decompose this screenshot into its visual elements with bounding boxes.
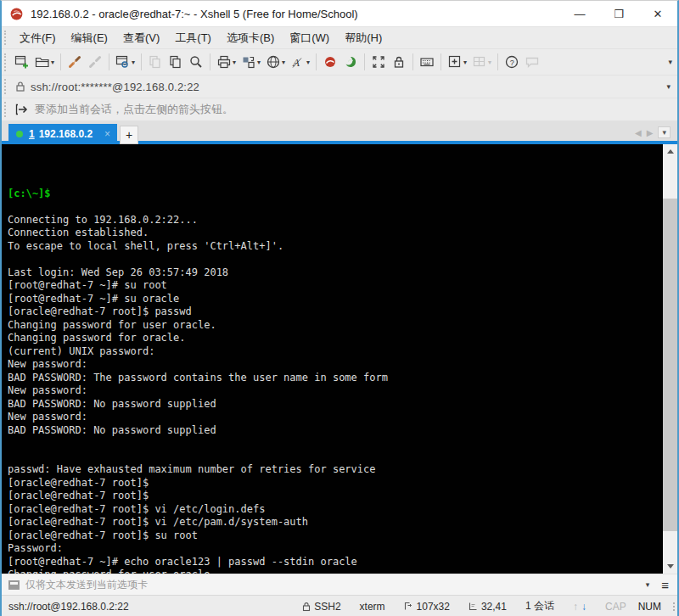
compose-transfer-icon[interactable]: ▾ — [238, 52, 263, 73]
terminal-line: passwd: Have exhausted maximum number of… — [8, 463, 663, 477]
terminal-line: [root@redhat-7 ~]# su root — [8, 279, 663, 293]
terminal-line: Connecting to 192.168.0.2:22... — [8, 214, 663, 227]
terminal-line: [oracle@redhat-7 root]$ vi /etc/pam.d/sy… — [8, 516, 663, 529]
tile-windows-icon: ▾ — [469, 52, 494, 73]
scrollbar-down-icon[interactable] — [663, 559, 677, 574]
status-cursor-position: 32,41 — [469, 601, 507, 613]
copy-icon — [145, 52, 166, 73]
font-dropdown-icon[interactable]: ▾ — [306, 59, 310, 66]
xshell-logo-icon — [9, 7, 24, 21]
new-tab-dropdown-icon[interactable]: ▾ — [463, 59, 467, 66]
menu-view[interactable]: 查看(V) — [115, 27, 167, 49]
terminal-line — [8, 253, 663, 266]
terminal-line: Changing password for user oracle. — [8, 319, 663, 333]
info-bar: 要添加当前会话，点击左侧的箭头按钮。 — [2, 98, 677, 120]
send-text-input[interactable]: 仅将文本发送到当前选项卡 — [25, 578, 646, 592]
web-dropdown-icon[interactable]: ▾ — [282, 59, 285, 66]
send-mode-dropdown-icon[interactable]: ▾ — [646, 580, 650, 589]
connect-icon[interactable] — [65, 52, 85, 73]
send-target-icon[interactable] — [8, 580, 20, 590]
menu-file[interactable]: 文件(F) — [12, 27, 64, 49]
window-title: 192.168.0.2 - oracle@redhat-7:~ - Xshell… — [31, 8, 560, 20]
fullscreen-icon[interactable] — [368, 52, 389, 73]
new-session-icon[interactable] — [12, 52, 32, 73]
font-icon[interactable]: A ▾ — [288, 52, 312, 73]
tab-label: 192.168.0.2 — [39, 128, 93, 140]
lock-screen-icon[interactable] — [389, 52, 409, 73]
menu-help[interactable]: 帮助(H) — [337, 27, 390, 49]
session-tab[interactable]: 1 192.168.0.2 × — [8, 124, 117, 144]
scrollbar-up-icon[interactable] — [663, 144, 677, 159]
terminal-line — [8, 437, 663, 451]
terminal-line: Connection established. — [8, 227, 663, 240]
terminal-line: [c:\~]$ — [8, 188, 663, 201]
terminal-line — [8, 451, 663, 464]
paste-icon[interactable] — [166, 52, 186, 73]
send-menu-icon[interactable]: ≡ — [661, 578, 669, 592]
print-dropdown-icon[interactable]: ▾ — [233, 59, 236, 66]
menu-window[interactable]: 窗口(W) — [282, 27, 337, 49]
scroll-top-icon[interactable]: ↑ — [573, 601, 578, 613]
menu-bar: 文件(F) 编辑(E) 查看(V) 工具(T) 选项卡(B) 窗口(W) 帮助(… — [2, 26, 677, 48]
transfer-dropdown-icon[interactable]: ▾ — [257, 59, 261, 66]
tab-scroll-right-icon: ▶ — [647, 128, 654, 137]
terminal-line: [oracle@redhat-7 root]$ — [8, 490, 663, 503]
toolbar-overflow-icon[interactable]: ▾ — [668, 58, 672, 66]
session-properties-icon[interactable]: ▾ — [113, 52, 137, 73]
scroll-bottom-icon[interactable]: ↓ — [581, 601, 586, 613]
open-dropdown-icon[interactable]: ▾ — [51, 59, 54, 66]
menubar-gripper — [4, 31, 8, 46]
web-browser-icon[interactable]: ▾ — [263, 52, 288, 73]
infobar-gripper — [4, 102, 8, 117]
terminal-line: BAD PASSWORD: No password supplied — [8, 398, 663, 412]
feedback-icon — [522, 52, 542, 73]
status-caps-lock: CAP — [605, 601, 626, 613]
print-icon[interactable]: ▾ — [214, 52, 238, 73]
close-button[interactable]: ✕ — [638, 1, 677, 26]
tab-list-dropdown-icon[interactable]: ▾ — [658, 126, 671, 138]
terminal-line: New password: — [8, 358, 663, 372]
new-session-tab-icon[interactable]: ▾ — [445, 52, 469, 73]
terminal-line: [root@redhat-7 ~]# echo oracle123 | pass… — [8, 556, 663, 569]
menu-tools[interactable]: 工具(T) — [167, 27, 219, 49]
terminal-line: [oracle@redhat-7 root]$ — [8, 477, 663, 490]
new-terminal-icon[interactable] — [320, 52, 340, 73]
maximize-button[interactable]: ❒ — [599, 1, 638, 26]
terminal-line: New password: — [8, 384, 663, 398]
help-icon[interactable]: ? — [502, 52, 522, 73]
status-size: 107x32 — [404, 601, 450, 613]
terminal-line: Changing password for oracle. — [8, 332, 663, 345]
new-xftp-icon[interactable] — [340, 52, 361, 73]
terminal-line: [oracle@redhat-7 root]$ su root — [8, 529, 663, 543]
status-bar: ssh://root@192.168.0.2:22 SSH2 xterm 107… — [2, 595, 677, 616]
add-session-arrow-icon[interactable] — [15, 103, 29, 116]
minimize-button[interactable]: — — [560, 1, 599, 26]
terminal[interactable]: [c:\~]$ Connecting to 192.168.0.2:22...C… — [2, 144, 677, 574]
find-icon[interactable] — [186, 52, 206, 73]
addressbar-gripper — [4, 79, 8, 94]
status-scroll-arrows[interactable]: ↑ ↓ — [573, 601, 586, 613]
terminal-line: [root@redhat-7 ~]# su oracle — [8, 293, 663, 306]
status-url: ssh://root@192.168.0.2:22 — [2, 601, 302, 613]
terminal-line: [oracle@redhat-7 root]$ vi /etc/login.de… — [8, 503, 663, 517]
new-tab-button[interactable]: + — [120, 126, 138, 144]
open-folder-icon[interactable]: ▾ — [32, 52, 57, 73]
tab-close-icon[interactable]: × — [104, 128, 110, 140]
address-input[interactable]: ssh://root:*******@192.168.0.2:22 — [25, 81, 666, 93]
address-dropdown-icon[interactable]: ▾ — [666, 82, 671, 91]
terminal-line: BAD PASSWORD: No password supplied — [8, 424, 663, 438]
scrollbar-thumb[interactable] — [663, 199, 677, 531]
svg-text:A: A — [292, 56, 300, 69]
toolbar-gripper — [4, 53, 8, 71]
terminal-line: (current) UNIX password: — [8, 345, 663, 359]
terminal-line: Password: — [8, 542, 663, 556]
tab-number: 1 — [29, 128, 35, 140]
resize-grip-icon[interactable] — [673, 602, 675, 611]
properties-dropdown-icon[interactable]: ▾ — [132, 59, 135, 66]
menu-edit[interactable]: 编辑(E) — [64, 27, 115, 49]
terminal-scrollbar[interactable] — [663, 144, 677, 574]
disconnect-icon — [85, 52, 105, 73]
soft-keypad-icon[interactable] — [417, 52, 437, 73]
menu-tab[interactable]: 选项卡(B) — [219, 27, 282, 49]
terminal-line: BAD PASSWORD: The password contains the … — [8, 372, 663, 385]
